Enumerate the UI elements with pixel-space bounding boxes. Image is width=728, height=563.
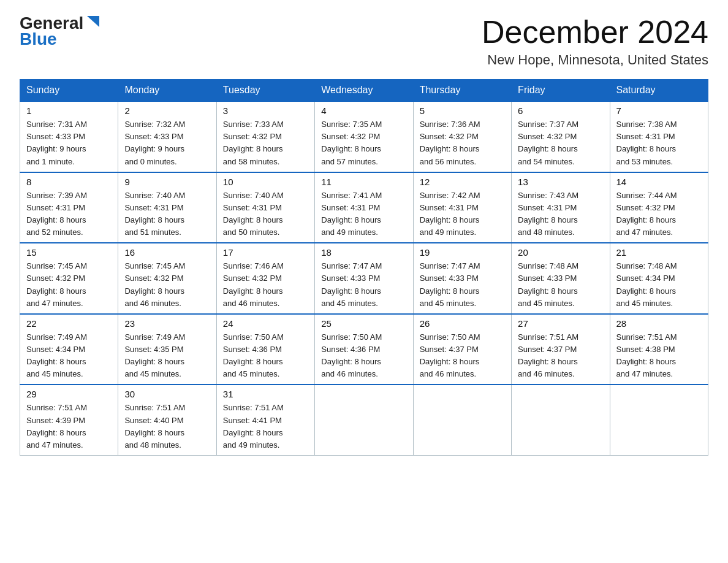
calendar-day-cell: 1Sunrise: 7:31 AMSunset: 4:33 PMDaylight… (20, 101, 118, 172)
calendar-day-cell: 7Sunrise: 7:38 AMSunset: 4:31 PMDaylight… (610, 101, 708, 172)
day-info: Sunrise: 7:40 AMSunset: 4:31 PMDaylight:… (124, 190, 210, 239)
day-number: 2 (124, 105, 210, 116)
calendar-day-cell: 28Sunrise: 7:51 AMSunset: 4:38 PMDayligh… (610, 314, 708, 385)
calendar-day-cell: 14Sunrise: 7:44 AMSunset: 4:32 PMDayligh… (610, 172, 708, 243)
calendar-week-row: 29Sunrise: 7:51 AMSunset: 4:39 PMDayligh… (20, 385, 708, 455)
calendar-day-cell: 3Sunrise: 7:33 AMSunset: 4:32 PMDaylight… (216, 101, 314, 172)
day-number: 27 (518, 318, 603, 329)
day-number: 23 (124, 318, 210, 329)
logo: General Blue (20, 15, 102, 48)
calendar-day-cell: 27Sunrise: 7:51 AMSunset: 4:37 PMDayligh… (512, 314, 610, 385)
day-info: Sunrise: 7:51 AMSunset: 4:38 PMDaylight:… (616, 331, 702, 381)
day-info: Sunrise: 7:47 AMSunset: 4:33 PMDaylight:… (420, 260, 505, 310)
day-info: Sunrise: 7:44 AMSunset: 4:32 PMDaylight:… (616, 190, 702, 239)
calendar-day-cell: 15Sunrise: 7:45 AMSunset: 4:32 PMDayligh… (20, 243, 118, 314)
day-number: 31 (223, 389, 308, 399)
day-info: Sunrise: 7:40 AMSunset: 4:31 PMDaylight:… (223, 190, 308, 239)
calendar-day-cell: 4Sunrise: 7:35 AMSunset: 4:32 PMDaylight… (315, 101, 413, 172)
calendar-day-cell: 17Sunrise: 7:46 AMSunset: 4:32 PMDayligh… (216, 243, 314, 314)
day-number: 1 (26, 105, 112, 116)
day-info: Sunrise: 7:41 AMSunset: 4:31 PMDaylight:… (321, 190, 406, 239)
logo-arrow-icon (85, 13, 102, 31)
day-number: 29 (26, 389, 112, 399)
day-number: 15 (26, 247, 112, 258)
header-tuesday: Tuesday (216, 80, 314, 102)
day-info: Sunrise: 7:48 AMSunset: 4:33 PMDaylight:… (518, 260, 603, 310)
day-number: 19 (420, 247, 505, 258)
header-sunday: Sunday (20, 80, 118, 102)
calendar-day-cell: 13Sunrise: 7:43 AMSunset: 4:31 PMDayligh… (512, 172, 610, 243)
day-number: 24 (223, 318, 308, 329)
calendar-day-cell: 29Sunrise: 7:51 AMSunset: 4:39 PMDayligh… (20, 385, 118, 455)
day-number: 10 (223, 177, 308, 187)
day-number: 20 (518, 247, 603, 258)
calendar-day-cell: 6Sunrise: 7:37 AMSunset: 4:32 PMDaylight… (512, 101, 610, 172)
day-info: Sunrise: 7:43 AMSunset: 4:31 PMDaylight:… (518, 190, 603, 239)
day-number: 13 (518, 177, 603, 187)
calendar-day-cell: 19Sunrise: 7:47 AMSunset: 4:33 PMDayligh… (413, 243, 511, 314)
day-number: 6 (518, 105, 603, 116)
day-info: Sunrise: 7:46 AMSunset: 4:32 PMDaylight:… (223, 260, 308, 310)
header-friday: Friday (512, 80, 610, 102)
calendar-day-cell: 12Sunrise: 7:42 AMSunset: 4:31 PMDayligh… (413, 172, 511, 243)
day-number: 22 (26, 318, 112, 329)
day-info: Sunrise: 7:31 AMSunset: 4:33 PMDaylight:… (26, 118, 112, 168)
day-info: Sunrise: 7:49 AMSunset: 4:34 PMDaylight:… (26, 331, 112, 381)
calendar-day-cell: 10Sunrise: 7:40 AMSunset: 4:31 PMDayligh… (216, 172, 314, 243)
day-number: 14 (616, 177, 702, 187)
day-info: Sunrise: 7:51 AMSunset: 4:37 PMDaylight:… (518, 331, 603, 381)
day-number: 30 (124, 389, 210, 399)
day-number: 18 (321, 247, 406, 258)
logo-text-block: General Blue (20, 15, 102, 48)
calendar-day-cell: 21Sunrise: 7:48 AMSunset: 4:34 PMDayligh… (610, 243, 708, 314)
day-info: Sunrise: 7:42 AMSunset: 4:31 PMDaylight:… (420, 190, 505, 239)
svg-marker-0 (87, 16, 99, 27)
day-info: Sunrise: 7:36 AMSunset: 4:32 PMDaylight:… (420, 118, 505, 168)
calendar-day-cell: 25Sunrise: 7:50 AMSunset: 4:36 PMDayligh… (315, 314, 413, 385)
calendar-day-cell: 8Sunrise: 7:39 AMSunset: 4:31 PMDaylight… (20, 172, 118, 243)
location-title: New Hope, Minnesota, United States (482, 52, 708, 68)
day-number: 28 (616, 318, 702, 329)
calendar-day-cell: 31Sunrise: 7:51 AMSunset: 4:41 PMDayligh… (216, 385, 314, 455)
day-number: 16 (124, 247, 210, 258)
day-number: 11 (321, 177, 406, 187)
calendar-day-cell: 24Sunrise: 7:50 AMSunset: 4:36 PMDayligh… (216, 314, 314, 385)
calendar-day-cell: 22Sunrise: 7:49 AMSunset: 4:34 PMDayligh… (20, 314, 118, 385)
calendar-day-cell: 30Sunrise: 7:51 AMSunset: 4:40 PMDayligh… (118, 385, 216, 455)
header-monday: Monday (118, 80, 216, 102)
calendar-week-row: 15Sunrise: 7:45 AMSunset: 4:32 PMDayligh… (20, 243, 708, 314)
day-info: Sunrise: 7:37 AMSunset: 4:32 PMDaylight:… (518, 118, 603, 168)
logo-blue: Blue (20, 31, 102, 48)
day-info: Sunrise: 7:51 AMSunset: 4:40 PMDaylight:… (124, 402, 210, 451)
day-info: Sunrise: 7:50 AMSunset: 4:36 PMDaylight:… (321, 331, 406, 381)
month-title: December 2024 (482, 15, 708, 50)
day-info: Sunrise: 7:47 AMSunset: 4:33 PMDaylight:… (321, 260, 406, 310)
day-info: Sunrise: 7:39 AMSunset: 4:31 PMDaylight:… (26, 190, 112, 239)
calendar-day-cell (512, 385, 610, 455)
day-info: Sunrise: 7:35 AMSunset: 4:32 PMDaylight:… (321, 118, 406, 168)
header-thursday: Thursday (413, 80, 511, 102)
day-number: 25 (321, 318, 406, 329)
day-number: 8 (26, 177, 112, 187)
calendar-day-cell (315, 385, 413, 455)
calendar-day-cell: 26Sunrise: 7:50 AMSunset: 4:37 PMDayligh… (413, 314, 511, 385)
header-wednesday: Wednesday (315, 80, 413, 102)
calendar-day-cell: 20Sunrise: 7:48 AMSunset: 4:33 PMDayligh… (512, 243, 610, 314)
calendar-day-cell: 23Sunrise: 7:49 AMSunset: 4:35 PMDayligh… (118, 314, 216, 385)
day-info: Sunrise: 7:38 AMSunset: 4:31 PMDaylight:… (616, 118, 702, 168)
day-info: Sunrise: 7:45 AMSunset: 4:32 PMDaylight:… (124, 260, 210, 310)
day-info: Sunrise: 7:49 AMSunset: 4:35 PMDaylight:… (124, 331, 210, 381)
day-number: 17 (223, 247, 308, 258)
calendar-day-cell: 18Sunrise: 7:47 AMSunset: 4:33 PMDayligh… (315, 243, 413, 314)
calendar-day-cell: 5Sunrise: 7:36 AMSunset: 4:32 PMDaylight… (413, 101, 511, 172)
day-number: 12 (420, 177, 505, 187)
day-info: Sunrise: 7:50 AMSunset: 4:37 PMDaylight:… (420, 331, 505, 381)
calendar-day-cell: 11Sunrise: 7:41 AMSunset: 4:31 PMDayligh… (315, 172, 413, 243)
day-number: 7 (616, 105, 702, 116)
page-header: General Blue December 2024 New Hope, Min… (20, 15, 708, 68)
calendar-day-cell (413, 385, 511, 455)
title-area: December 2024 New Hope, Minnesota, Unite… (482, 15, 708, 68)
day-number: 9 (124, 177, 210, 187)
day-info: Sunrise: 7:48 AMSunset: 4:34 PMDaylight:… (616, 260, 702, 310)
calendar-header-row: Sunday Monday Tuesday Wednesday Thursday… (20, 80, 708, 102)
